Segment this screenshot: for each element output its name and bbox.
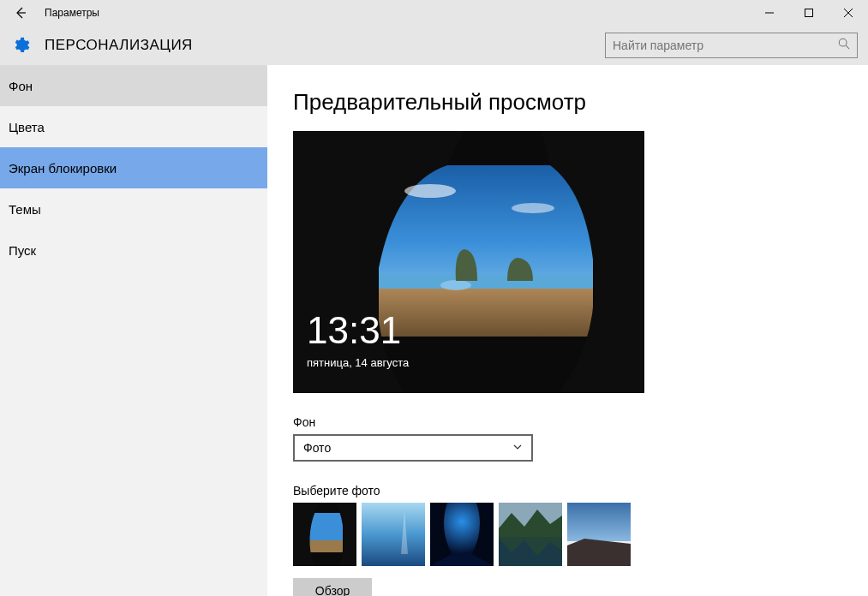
photo-thumb-1[interactable] — [293, 503, 356, 566]
lock-screen-preview: 13:31 пятница, 14 августа — [293, 131, 644, 393]
minimize-icon — [765, 9, 774, 17]
choose-photo-label: Выберите фото — [293, 484, 868, 498]
window-title: Параметры — [45, 7, 99, 19]
background-value: Фото — [303, 441, 512, 455]
background-label: Фон — [293, 415, 868, 429]
gear-icon — [10, 35, 31, 56]
svg-point-7 — [404, 184, 456, 198]
sidebar-item-themes[interactable]: Темы — [0, 188, 267, 229]
sidebar-item-label: Темы — [9, 202, 41, 217]
photo-thumb-2[interactable] — [362, 503, 425, 566]
search-input[interactable] — [613, 39, 838, 52]
svg-rect-16 — [567, 503, 631, 541]
chevron-down-icon — [512, 440, 523, 456]
svg-point-1 — [839, 39, 847, 46]
lock-date: пятница, 14 августа — [307, 356, 409, 369]
maximize-button[interactable] — [789, 0, 829, 26]
svg-rect-0 — [805, 9, 813, 17]
window-controls — [750, 0, 868, 26]
sidebar: Фон Цвета Экран блокировки Темы Пуск — [0, 65, 267, 596]
sidebar-item-label: Цвета — [9, 120, 45, 134]
svg-rect-4 — [379, 285, 593, 337]
header: ПЕРСОНАЛИЗАЦИЯ — [0, 26, 868, 65]
sidebar-item-label: Пуск — [9, 243, 36, 258]
sidebar-item-background[interactable]: Фон — [0, 65, 267, 106]
svg-rect-11 — [308, 540, 343, 552]
search-box[interactable] — [605, 33, 858, 58]
lock-time: 13:31 — [307, 309, 401, 352]
titlebar: Параметры — [0, 0, 868, 26]
close-button[interactable] — [829, 0, 868, 26]
arrow-left-icon — [14, 6, 27, 20]
browse-button[interactable]: Обзор — [293, 578, 372, 596]
content: Предварительный просмотр 13:31 — [267, 65, 868, 596]
sidebar-item-lock-screen[interactable]: Экран блокировки — [0, 147, 267, 188]
svg-point-8 — [512, 203, 554, 213]
photo-thumb-5[interactable] — [567, 503, 631, 566]
svg-point-6 — [440, 280, 471, 290]
svg-rect-12 — [362, 503, 425, 566]
minimize-button[interactable] — [750, 0, 789, 26]
photo-thumb-3[interactable] — [430, 503, 494, 566]
sidebar-item-label: Фон — [9, 79, 33, 93]
preview-title: Предварительный просмотр — [293, 89, 868, 116]
search-icon — [838, 38, 850, 53]
back-button[interactable] — [7, 0, 34, 26]
background-select[interactable]: Фото — [293, 434, 533, 462]
sidebar-item-start[interactable]: Пуск — [0, 229, 267, 271]
body: Фон Цвета Экран блокировки Темы Пуск Пре… — [0, 65, 868, 596]
close-icon — [844, 9, 853, 17]
page-heading: ПЕРСОНАЛИЗАЦИЯ — [45, 37, 193, 54]
maximize-icon — [805, 9, 813, 17]
sidebar-item-colors[interactable]: Цвета — [0, 106, 267, 147]
photo-thumb-4[interactable] — [499, 503, 562, 566]
preview-image — [293, 131, 644, 393]
svg-rect-5 — [379, 275, 593, 289]
photo-thumbnails — [293, 503, 868, 566]
sidebar-item-label: Экран блокировки — [9, 161, 117, 176]
